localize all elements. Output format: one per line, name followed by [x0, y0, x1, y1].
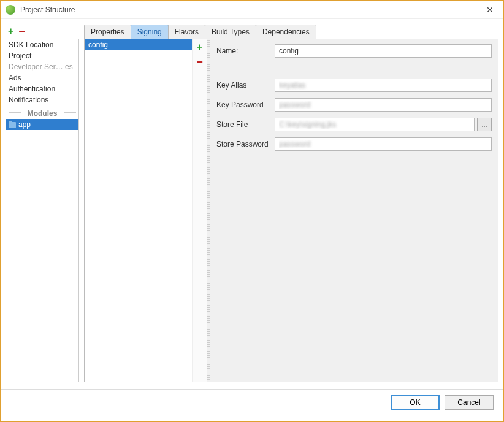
label-store-file: Store File: [216, 120, 275, 129]
browse-store-file-button[interactable]: ...: [477, 118, 492, 131]
sidebar-item-label: Ads: [9, 74, 21, 82]
sidebar-item-label: Authentication: [9, 85, 55, 93]
sidebar-item-sdk-location[interactable]: SDK Location: [6, 39, 78, 50]
sidebar-item-authentication[interactable]: Authentication: [6, 83, 78, 94]
row-store-password: Store Password: [216, 137, 492, 151]
row-name: Name:: [216, 44, 492, 58]
sidebar-item-label: Notifications: [9, 96, 48, 104]
sidebar-toolbar: + −: [6, 24, 79, 39]
add-module-button[interactable]: +: [8, 26, 13, 37]
sidebar-header-modules: Modules: [6, 106, 78, 119]
sidebar-item-app[interactable]: app: [6, 119, 78, 130]
input-name[interactable]: [275, 44, 492, 58]
sidebar-item-developer-ser-es[interactable]: Developer Ser… es: [6, 61, 78, 72]
config-list-buttons: + −: [192, 39, 207, 382]
tab-dependencies[interactable]: Dependencies: [256, 25, 316, 39]
input-store-file[interactable]: [275, 118, 475, 131]
form-panel: Name: Key Alias Key Password Store File …: [210, 39, 498, 382]
sidebar-item-label: app: [18, 120, 31, 129]
sidebar: + − SDK LocationProjectDeveloper Ser… es…: [6, 24, 79, 382]
input-key-password[interactable]: [275, 98, 492, 112]
row-store-file: Store File ...: [216, 118, 492, 131]
sidebar-list: SDK LocationProjectDeveloper Ser… esAdsA…: [6, 39, 79, 382]
app-icon: [6, 5, 15, 15]
sidebar-item-label: Project: [9, 52, 31, 60]
row-key-password: Key Password: [216, 98, 492, 112]
label-name: Name:: [216, 47, 275, 55]
tabs: PropertiesSigningFlavorsBuild TypesDepen…: [84, 24, 498, 39]
remove-module-button[interactable]: −: [18, 26, 25, 37]
sidebar-item-label: SDK Location: [9, 40, 53, 49]
tab-flavors[interactable]: Flavors: [168, 25, 205, 39]
config-item-config[interactable]: config: [85, 39, 192, 50]
sidebar-item-project[interactable]: Project: [6, 50, 78, 61]
config-list-panel: config + −: [85, 39, 207, 382]
ok-button[interactable]: OK: [391, 395, 440, 410]
input-store-password[interactable]: [275, 137, 492, 151]
cancel-button[interactable]: Cancel: [445, 395, 494, 410]
tab-properties[interactable]: Properties: [84, 25, 131, 39]
add-config-button[interactable]: +: [197, 42, 202, 53]
remove-config-button[interactable]: −: [196, 56, 203, 67]
footer: OK Cancel: [1, 389, 503, 414]
window-title: Project Structure: [20, 6, 481, 14]
label-store-password: Store Password: [216, 140, 275, 148]
folder-icon: [9, 122, 16, 128]
tab-build-types[interactable]: Build Types: [205, 25, 256, 39]
tab-signing[interactable]: Signing: [131, 25, 169, 39]
sidebar-item-label: Developer Ser… es: [9, 63, 73, 71]
label-key-password: Key Password: [216, 101, 275, 109]
right-panel: PropertiesSigningFlavorsBuild TypesDepen…: [84, 24, 498, 382]
label-key-alias: Key Alias: [216, 81, 275, 90]
sidebar-item-label: Modules: [28, 109, 58, 118]
input-key-alias[interactable]: [275, 79, 492, 92]
row-key-alias: Key Alias: [216, 79, 492, 92]
sidebar-item-ads[interactable]: Ads: [6, 72, 78, 83]
main-area: + − SDK LocationProjectDeveloper Ser… es…: [1, 19, 503, 387]
content-area: config + − Name: Key Alias Key Pass: [84, 39, 498, 382]
sidebar-item-notifications[interactable]: Notifications: [6, 94, 78, 106]
close-button[interactable]: ✕: [481, 2, 498, 17]
config-list: config: [85, 39, 192, 382]
titlebar: Project Structure ✕: [1, 1, 503, 19]
